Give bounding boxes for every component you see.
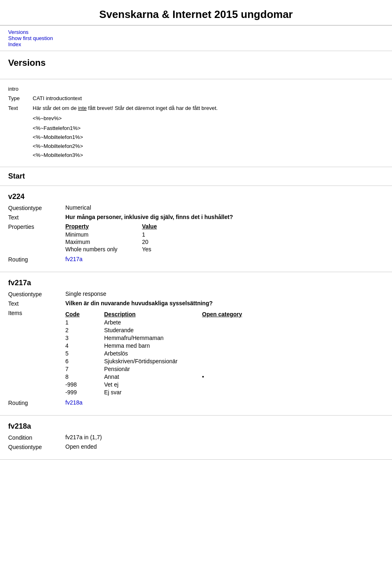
code-cell: -999	[65, 389, 104, 397]
list-item: -998Vet ej	[65, 381, 267, 389]
v224-text-value: Hur många personer, inklusive dig själv,…	[65, 214, 384, 220]
property-cell: Maximum	[65, 239, 142, 246]
fv217a-open-category-col: Open category	[202, 311, 267, 319]
open-category-cell	[202, 319, 267, 327]
v224-properties-label: Properties	[8, 223, 65, 230]
fv218a-condition-row: Condition fv217a in (1,7)	[8, 434, 384, 441]
property-cell: Whole numbers only	[65, 246, 142, 253]
open-category-cell	[202, 327, 267, 335]
versions-heading: Versions	[8, 58, 384, 68]
fv217a-questiontype-value: Single response	[65, 291, 384, 297]
list-item: 5Arbetslös	[65, 350, 267, 358]
fv217a-text-value: Vilken är din nuvarande huvudsakliga sys…	[65, 300, 384, 306]
open-category-cell	[202, 350, 267, 358]
code-cell: 3	[65, 335, 104, 342]
description-cell: Pensionär	[104, 366, 202, 373]
table-row: Whole numbers onlyYes	[65, 246, 181, 253]
fv217a-description-col: Description	[104, 311, 202, 319]
nav-show-first-question[interactable]: Show first question	[8, 35, 384, 41]
fv218a-questiontype-value: Open ended	[65, 443, 384, 450]
v224-questiontype-value: Numerical	[65, 204, 384, 211]
fv217a-routing-value: fv218a	[65, 399, 384, 406]
list-item: -999Ej svar	[65, 389, 267, 397]
top-nav: Versions Show first question Index	[0, 26, 392, 51]
start-title: Start	[8, 172, 384, 181]
fv217a-text-label: Text	[8, 300, 65, 307]
description-cell: Annat	[104, 373, 202, 381]
code-cell: 8	[65, 373, 104, 381]
intro-spacer	[33, 84, 384, 94]
v224-routing-link[interactable]: fv217a	[65, 256, 82, 262]
intro-item: <%~Mobiltelefon3%>	[33, 151, 384, 160]
type-label: Type	[8, 94, 33, 103]
fv217a-routing-link[interactable]: fv218a	[65, 399, 82, 406]
intro-item: <%~Mobiltelefon2%>	[33, 142, 384, 151]
intro-section: intro Type Text CATI introductiontext Hä…	[0, 79, 392, 167]
open-category-cell	[202, 366, 267, 373]
text-label-intro: Text	[8, 103, 33, 113]
nav-versions[interactable]: Versions	[8, 29, 384, 35]
open-category-cell	[202, 389, 267, 397]
code-cell: 6	[65, 358, 104, 366]
intro-item: <%~Mobiltelefon1%>	[33, 133, 384, 142]
description-cell: Arbetslös	[104, 350, 202, 358]
intro-text-before: Här står det om de	[33, 105, 78, 111]
fv217a-routing-label: Routing	[8, 399, 65, 406]
code-cell: 5	[65, 350, 104, 358]
fv217a-questiontype-label: Questiontype	[8, 291, 65, 297]
value-cell: 20	[142, 239, 182, 246]
page-title: Svenskarna & Internet 2015 ungdomar	[0, 8, 392, 21]
fv217a-items-label: Items	[8, 309, 65, 316]
table-row: Maximum20	[65, 239, 181, 246]
intro-text-value: Här står det om de inte fått brevet! Stå…	[33, 103, 384, 113]
fv217a-code-col: Code	[65, 311, 104, 319]
v224-text-label: Text	[8, 214, 65, 221]
list-item: 6Sjukskriven/Förtidspensionär	[65, 358, 267, 366]
v224-questiontype-row: Questiontype Numerical	[8, 204, 384, 211]
fv218a-condition-value: fv217a in (1,7)	[65, 434, 384, 440]
value-cell: Yes	[142, 246, 182, 253]
nav-index[interactable]: Index	[8, 41, 384, 47]
code-cell: 7	[65, 366, 104, 373]
code-cell: 1	[65, 319, 104, 327]
description-cell: Hemmafru/Hemmaman	[104, 335, 202, 342]
description-cell: Sjukskriven/Förtidspensionär	[104, 358, 202, 366]
fv217a-items-row: Items Code Description Open category 1Ar…	[8, 309, 384, 397]
list-item: 7Pensionär	[65, 366, 267, 373]
description-cell: Ej svar	[104, 389, 202, 397]
v224-properties-row: Properties Property Value Minimum1Maximu…	[8, 223, 384, 253]
brev-tag: <%~brev%>	[33, 115, 384, 121]
v224-routing-label: Routing	[8, 256, 65, 263]
v224-routing-value: fv217a	[65, 256, 384, 262]
fv217a-text-row: Text Vilken är din nuvarande huvudsaklig…	[8, 300, 384, 307]
open-category-cell	[202, 381, 267, 389]
v224-value-col-header: Value	[142, 223, 182, 231]
description-cell: Arbete	[104, 319, 202, 327]
intro-items: <%~Fasttelefon1%><%~Mobiltelefon1%><%~Mo…	[33, 124, 384, 160]
list-item: 3Hemmafru/Hemmaman	[65, 335, 267, 342]
v224-questiontype-label: Questiontype	[8, 204, 65, 211]
fv217a-items-table: Code Description Open category 1Arbete2S…	[65, 311, 267, 397]
code-cell: -998	[65, 381, 104, 389]
fv217a-items-table-container: Code Description Open category 1Arbete2S…	[65, 309, 384, 397]
description-cell: Studerande	[104, 327, 202, 335]
fv218a-condition-label: Condition	[8, 434, 65, 441]
fv217a-block: fv217a Questiontype Single response Text…	[0, 272, 392, 416]
page-header: Svenskarna & Internet 2015 ungdomar	[0, 0, 392, 26]
code-cell: 2	[65, 327, 104, 335]
versions-section: Versions	[0, 51, 392, 79]
brev-block: <%~brev%> <%~Fasttelefon1%><%~Mobiltelef…	[33, 115, 384, 160]
v224-text-row: Text Hur många personer, inklusive dig s…	[8, 214, 384, 221]
open-category-cell: •	[202, 373, 267, 381]
v224-property-col-header: Property	[65, 223, 142, 231]
description-cell: Hemma med barn	[104, 342, 202, 350]
intro-text-underline: inte	[78, 105, 87, 111]
v224-id: v224	[8, 192, 384, 201]
open-category-cell	[202, 335, 267, 342]
list-item: 8Annat•	[65, 373, 267, 381]
v224-properties-table-container: Property Value Minimum1Maximum20Whole nu…	[65, 223, 384, 253]
fv218a-block: fv218a Condition fv217a in (1,7) Questio…	[0, 416, 392, 460]
intro-text-after: fått brevet! Står det däremot inget då h…	[87, 105, 218, 111]
code-cell: 4	[65, 342, 104, 350]
value-cell: 1	[142, 231, 182, 239]
